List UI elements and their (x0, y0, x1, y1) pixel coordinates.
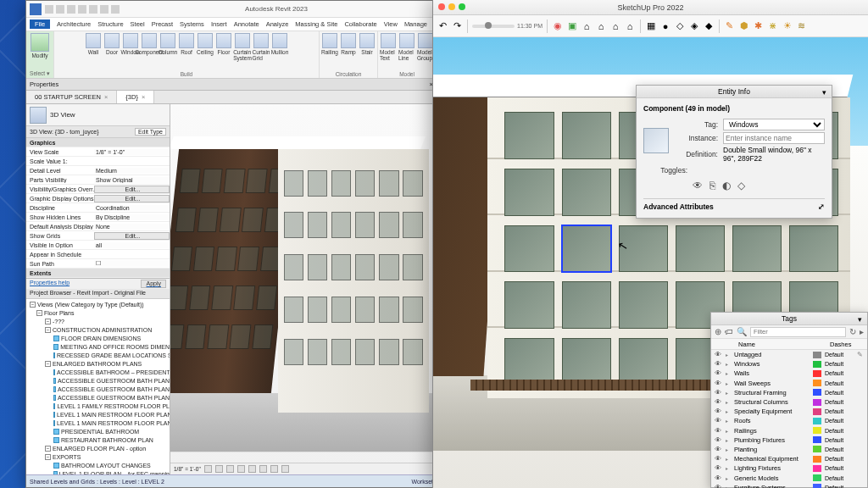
tree-node[interactable]: LEVEL 1 MAIN RESTROOM FLOOR PLAN (26, 419, 170, 427)
qat-icon[interactable] (89, 5, 97, 14)
qat-icon[interactable] (111, 5, 120, 14)
property-row[interactable]: Parts VisibilityShow Original (26, 175, 170, 185)
section-icon[interactable]: ⬢ (738, 20, 750, 32)
shadow-time-slider[interactable] (472, 25, 515, 28)
ribbon-button[interactable]: Column (159, 33, 176, 61)
left-icon[interactable]: ⌂ (609, 20, 621, 32)
ribbon-tab[interactable]: View (384, 20, 398, 28)
visibility-icon[interactable]: 👁 (715, 484, 722, 488)
col-name[interactable]: Name (715, 341, 830, 348)
wireframe-icon[interactable]: ◇ (674, 20, 686, 32)
panel-collapse-icon[interactable]: ▾ (855, 313, 865, 323)
ribbon-tab[interactable]: Annotate (234, 20, 259, 28)
group-label[interactable]: Select ▾ (30, 70, 50, 78)
visibility-icon[interactable]: 👁 (715, 455, 722, 463)
tag-row[interactable]: 👁▸WindowsDefault (711, 359, 867, 369)
visibility-icon[interactable]: 👁 (715, 380, 722, 387)
visibility-icon[interactable]: 👁 (715, 408, 722, 415)
panel-collapse-icon[interactable]: ▾ (820, 86, 829, 96)
shadows-icon[interactable]: ☀ (782, 20, 793, 32)
edit-type-button[interactable]: Edit Type (135, 128, 166, 136)
tree-node[interactable]: −ENLARGED FLOOR PLAN - option (26, 444, 170, 452)
project-browser-tree[interactable]: −Views (View Category by Type (Default))… (26, 299, 170, 474)
purge-icon[interactable]: ↻ (849, 327, 856, 336)
redo-icon[interactable]: ↷ (451, 20, 463, 32)
tree-node[interactable]: LEVEL 1 MAIN RESTROOM FLOOR PLAN (26, 410, 170, 419)
ribbon-tab[interactable]: Manage (404, 20, 427, 28)
iso-icon[interactable]: ◉ (552, 20, 564, 32)
property-row[interactable]: Appear in Schedule (26, 250, 170, 259)
tag-row[interactable]: 👁▸Mechanical EquipmentDefault (711, 454, 867, 463)
ribbon-tab[interactable]: Collaborate (344, 20, 376, 28)
visibility-icon[interactable]: 👁 (715, 417, 722, 424)
tree-node[interactable]: ACCESSIBLE BATHROOM – PRESIDENTI (26, 368, 170, 376)
ribbon-button[interactable]: Curtain Grid (253, 33, 270, 61)
ribbon-tab[interactable]: Systems (180, 20, 204, 28)
shaded-icon[interactable]: ◆ (703, 20, 715, 32)
qat-icon[interactable] (67, 5, 75, 14)
tree-node[interactable]: RECESSED GRADE BEAM LOCATIONS SI (26, 351, 170, 359)
view-control-icon[interactable] (215, 465, 223, 473)
tag-row[interactable]: 👁▸WallsDefault (711, 369, 867, 378)
tag-row[interactable]: 👁▸Structural ColumnsDefault (711, 397, 867, 407)
file-tab[interactable]: File (30, 19, 50, 29)
properties-help-link[interactable]: Properties help (30, 280, 70, 288)
property-row[interactable]: Graphic Display OptionsEdit... (26, 194, 170, 203)
tree-node[interactable]: BATHROOM LAYOUT CHANGES (26, 461, 170, 469)
tags-filter-input[interactable] (750, 327, 846, 337)
tree-node[interactable]: −ENLARGED BATHROOM PLANS (26, 359, 170, 368)
view-control-icon[interactable] (237, 465, 245, 473)
ribbon-button[interactable]: Model Line (398, 33, 415, 61)
qat-icon[interactable] (45, 5, 53, 14)
property-row[interactable]: Show GridsEdit... (26, 231, 170, 241)
close-icon[interactable] (438, 3, 445, 10)
property-row[interactable]: View Scale1/8" = 1'-0" (26, 147, 170, 157)
apply-button[interactable]: Apply (141, 280, 166, 288)
right-icon[interactable]: ⌂ (624, 20, 636, 32)
add-tag-icon[interactable]: ⊕ (715, 327, 721, 336)
edit-icon[interactable]: ✎ (857, 351, 864, 358)
qat-icon[interactable] (100, 5, 108, 14)
ribbon-button[interactable]: Ceiling (197, 33, 214, 61)
hidden-icon[interactable]: ◈ (688, 20, 700, 32)
tag-row[interactable]: 👁▸RoofsDefault (711, 416, 867, 425)
tree-node[interactable]: −EXPORTS (26, 452, 170, 461)
tree-node[interactable]: ACCESSIBLE GUESTROOM BATH PLAN (26, 376, 170, 385)
property-row[interactable]: Detail LevelMedium (26, 166, 170, 175)
visibility-icon[interactable]: 👁 (715, 351, 722, 358)
property-row[interactable]: Default Analysis Display …None (26, 222, 170, 231)
ribbon-button[interactable]: Railing (321, 33, 338, 55)
tree-node[interactable]: ACCESSIBLE GUESTROOM BATH PLAN (26, 385, 170, 393)
maximize-icon[interactable] (459, 3, 465, 10)
tag-row[interactable]: 👁▸Furniture SystemsDefault (711, 483, 867, 488)
visibility-icon[interactable]: 👁 (715, 389, 722, 396)
ribbon-tab[interactable]: Precast (152, 20, 173, 28)
tree-node[interactable]: −Floor Plans (26, 308, 170, 317)
fog-icon[interactable]: ≋ (796, 20, 808, 32)
tag-folder-icon[interactable]: 🏷 (725, 327, 733, 336)
property-row[interactable]: DisciplineCoordination (26, 203, 170, 213)
back-icon[interactable]: ⌂ (595, 20, 607, 32)
view-scale[interactable]: 1/8" = 1'-0" (174, 466, 201, 472)
tag-row[interactable]: 👁▸Plumbing FixturesDefault (711, 435, 867, 445)
ribbon-button[interactable]: Component (141, 33, 158, 61)
view-control-icon[interactable] (204, 465, 212, 473)
property-row[interactable]: Visibility/Graphics Overr…Edit... (26, 185, 170, 194)
style-icon[interactable]: ● (659, 20, 671, 32)
property-row[interactable]: Show Hidden LinesBy Discipline (26, 213, 170, 222)
tag-row[interactable]: 👁▸Specialty EquipmentDefault (711, 407, 867, 416)
revit-titlebar[interactable]: Autodesk Revit 2023 (26, 1, 437, 18)
close-icon[interactable]: × (104, 93, 108, 101)
ribbon-button[interactable]: Stair (359, 33, 376, 55)
xray-icon[interactable]: ▦ (645, 20, 657, 32)
panel-title[interactable]: Entity Info ▾ (637, 86, 832, 98)
tree-node[interactable]: ACCESSIBLE GUESTROOM BATH PLAN (26, 393, 170, 402)
tree-node[interactable]: −CONSTRUCTION ADMINISTRATION (26, 325, 170, 334)
undo-icon[interactable]: ↶ (437, 20, 448, 32)
ribbon-tab[interactable]: Steel (131, 20, 145, 28)
modify-button[interactable]: Modify (28, 33, 52, 58)
property-row[interactable]: Scale Value 1: (26, 157, 170, 166)
tag-row[interactable]: 👁▸PlantingDefault (711, 445, 867, 454)
tree-node[interactable]: RESTAURANT BATHROOM PLAN (26, 435, 170, 444)
visibility-icon[interactable]: 👁 (715, 474, 722, 482)
